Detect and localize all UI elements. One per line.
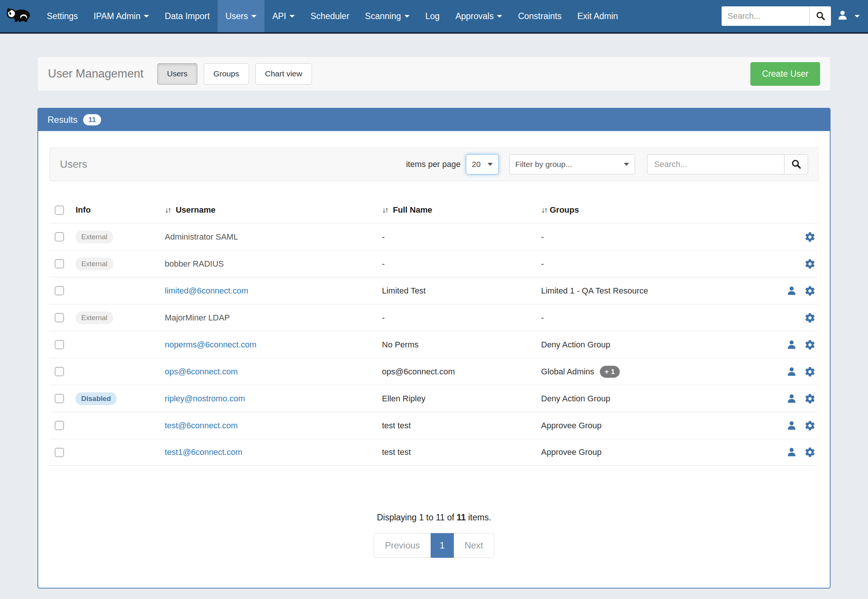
users-table: Info ↓↑ Username ↓↑ Full Name ↓↑ Groups (50, 197, 818, 466)
groups-text: Deny Action Group (541, 394, 610, 403)
gear-icon[interactable] (804, 312, 815, 324)
table-search-button[interactable] (784, 154, 808, 175)
gear-icon[interactable] (804, 231, 815, 242)
row-checkbox[interactable] (55, 313, 64, 322)
header-username-label: Username (176, 205, 215, 215)
nav-item-label: Exit Admin (577, 11, 618, 21)
user-icon[interactable] (787, 340, 797, 350)
nav-item-label: Approvals (455, 11, 494, 21)
items-per-page-select[interactable]: 20 (466, 154, 499, 175)
table-row: External bobber RADIUS - - (50, 250, 818, 277)
username-link[interactable]: noperms@6connect.com (165, 340, 256, 349)
username-link[interactable]: test@6connect.com (165, 421, 238, 430)
caret-down-icon (488, 163, 493, 166)
gear-icon[interactable] (804, 420, 815, 431)
header-info-label: Info (75, 205, 90, 215)
pagination-page-1[interactable]: 1 (431, 533, 454, 558)
tab-groups[interactable]: Groups (204, 63, 249, 84)
nav-item-settings[interactable]: Settings (39, 0, 86, 32)
row-checkbox[interactable] (55, 367, 64, 376)
username-link[interactable]: test1@6connect.com (165, 447, 242, 457)
filter-by-group-select[interactable]: Filter by group... (509, 154, 635, 175)
nav-item-api[interactable]: API (264, 0, 303, 32)
user-icon[interactable] (787, 447, 797, 458)
nav-item-exit-admin[interactable]: Exit Admin (570, 0, 626, 32)
header-info: Info (75, 205, 165, 215)
caret-down-icon (289, 15, 295, 18)
user-icon[interactable] (787, 367, 797, 377)
sort-arrows-icon: ↓↑ (541, 206, 547, 215)
gear-icon[interactable] (804, 366, 815, 377)
create-user-button[interactable]: Create User (750, 62, 820, 86)
gear-icon[interactable] (804, 339, 815, 351)
nav-item-label: Settings (47, 11, 78, 21)
pagination: Previous 1 Next (50, 533, 818, 558)
caret-down-icon (854, 15, 860, 18)
nav-item-log[interactable]: Log (417, 0, 448, 32)
table-row: External MajorMiner LDAP - - (50, 304, 818, 331)
displaying-suffix: items. (466, 513, 491, 522)
user-menu[interactable] (837, 10, 860, 23)
pagination-next[interactable]: Next (454, 533, 494, 558)
caret-down-icon (497, 15, 502, 18)
navbar-search-input[interactable] (722, 6, 809, 26)
gear-icon[interactable] (804, 258, 815, 269)
user-icon[interactable] (787, 420, 797, 431)
page-title: User Management (48, 67, 143, 80)
row-checkbox[interactable] (55, 394, 64, 403)
header-full-name[interactable]: ↓↑ Full Name (382, 205, 541, 215)
panda-logo-icon (5, 4, 34, 28)
username-link[interactable]: ripley@nostromo.com (165, 394, 245, 403)
nav-item-constraints[interactable]: Constraints (510, 0, 569, 32)
gear-icon[interactable] (804, 447, 815, 458)
tab-users[interactable]: Users (157, 63, 197, 84)
nav-item-users[interactable]: Users (217, 0, 264, 32)
navbar-right (722, 0, 868, 32)
table-search-input[interactable] (647, 154, 784, 175)
row-checkbox[interactable] (55, 286, 64, 295)
app-logo[interactable] (0, 0, 39, 32)
groups-text: Limited 1 - QA Test Resource (541, 286, 648, 296)
results-count-badge: 11 (83, 114, 101, 125)
header-groups-label: Groups (550, 205, 579, 215)
user-icon[interactable] (787, 286, 797, 296)
results-title: Results (48, 114, 77, 125)
nav-item-data-import[interactable]: Data Import (157, 0, 217, 32)
table-row: noperms@6connect.com No Perms Deny Actio… (50, 331, 818, 358)
user-icon[interactable] (787, 393, 797, 404)
groups-text: Global Admins (541, 367, 594, 376)
info-badge: External (75, 257, 113, 270)
row-checkbox[interactable] (55, 448, 64, 457)
navbar-search-button[interactable] (809, 6, 831, 26)
top-navbar: SettingsIPAM AdminData ImportUsersAPISch… (0, 0, 868, 34)
full-name-text: Limited Test (382, 286, 541, 296)
table-row: test@6connect.com test test Approvee Gro… (50, 412, 818, 439)
row-checkbox[interactable] (55, 421, 64, 430)
caret-down-icon (624, 163, 629, 166)
row-checkbox[interactable] (55, 340, 64, 349)
table-row: External Administrator SAML - - (50, 223, 818, 250)
header-username[interactable]: ↓↑ Username (165, 205, 382, 215)
nav-item-ipam-admin[interactable]: IPAM Admin (86, 0, 157, 32)
gear-icon[interactable] (804, 393, 815, 404)
username-link[interactable]: limited@6connect.com (165, 286, 248, 295)
nav-item-approvals[interactable]: Approvals (448, 0, 510, 32)
full-name-text: ops@6connect.com (382, 367, 541, 376)
row-checkbox[interactable] (55, 232, 64, 241)
pagination-previous[interactable]: Previous (374, 533, 431, 558)
sort-arrows-icon: ↓↑ (165, 206, 170, 214)
tab-chart-view[interactable]: Chart view (255, 63, 312, 84)
gear-icon[interactable] (804, 285, 815, 296)
table-row: Disabled ripley@nostromo.com Ellen Riple… (50, 385, 818, 412)
caret-down-icon (144, 15, 149, 18)
info-badge: External (75, 230, 113, 243)
table-row: ops@6connect.com ops@6connect.com Global… (50, 358, 818, 385)
search-icon (791, 158, 802, 171)
row-checkbox[interactable] (55, 259, 64, 268)
nav-item-scheduler[interactable]: Scheduler (303, 0, 357, 32)
header-groups[interactable]: ↓↑ Groups (541, 205, 763, 215)
nav-item-scanning[interactable]: Scanning (357, 0, 417, 32)
groups-text: Approvee Group (541, 447, 601, 457)
select-all-checkbox[interactable] (55, 206, 64, 215)
username-link[interactable]: ops@6connect.com (165, 367, 238, 376)
